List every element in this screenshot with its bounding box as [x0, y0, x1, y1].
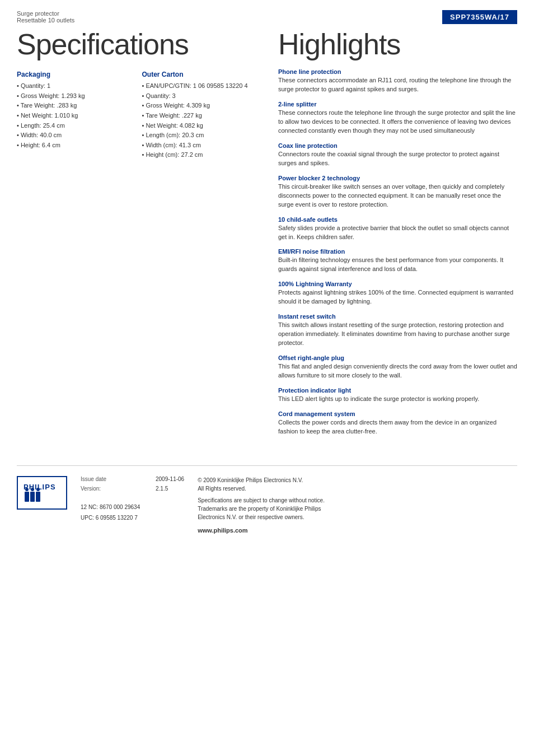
highlights-title: Highlights	[278, 29, 517, 60]
header-left: Surge protector Resettable 10 outlets	[17, 10, 74, 24]
copyright-line1: © 2009 Koninklijke Philips Electronics N…	[198, 476, 517, 484]
nc-value: 8670 000 29634	[100, 504, 140, 510]
disclaimer-line1: Specifications are subject to change wit…	[198, 496, 517, 505]
product-subtitle: Resettable 10 outlets	[17, 17, 74, 24]
disclaimer-line2: Trademarks are the property of Koninklij…	[198, 505, 517, 513]
list-item: Tare Weight: .227 kg	[142, 111, 256, 121]
highlight-title-6: 100% Lightning Warranty	[278, 281, 517, 287]
highlight-item-9: Protection indicator light This LED aler…	[278, 387, 517, 404]
highlight-item-0: Phone line protection These connectors a…	[278, 68, 517, 94]
specs-columns: Packaging Quantity: 1 Gross Weight: 1.29…	[17, 71, 256, 170]
specifications-column: Specifications Packaging Quantity: 1 Gro…	[17, 29, 267, 443]
list-item: Width (cm): 41.3 cm	[142, 141, 256, 151]
version-value: 2.1.5	[156, 486, 168, 492]
outer-carton-spec: Outer Carton EAN/UPC/GTIN: 1 06 09585 13…	[142, 71, 256, 160]
upc-label: UPC:	[81, 515, 94, 521]
upc-value: 6 09585 13220 7	[96, 515, 138, 521]
highlight-title-9: Protection indicator light	[278, 387, 517, 394]
highlight-item-2: Coax line protection Connectors route th…	[278, 142, 517, 168]
highlights-column: Highlights Phone line protection These c…	[267, 29, 517, 443]
list-item: Height (cm): 27.2 cm	[142, 150, 256, 160]
product-type: Surge protector	[17, 10, 74, 17]
highlight-title-4: 10 child-safe outlets	[278, 216, 517, 223]
disclaimer-line3: Electronics N.V. or their respective own…	[198, 513, 517, 521]
list-item: Length: 25.4 cm	[17, 121, 131, 131]
outer-carton-section: Outer Carton EAN/UPC/GTIN: 1 06 09585 13…	[142, 71, 256, 170]
list-item: EAN/UPC/GTIN: 1 06 09585 13220 4	[142, 81, 256, 91]
outer-carton-title: Outer Carton	[142, 71, 256, 78]
highlight-title-8: Offset right-angle plug	[278, 354, 517, 361]
main-content: Specifications Packaging Quantity: 1 Gro…	[0, 29, 534, 443]
highlight-item-7: Instant reset switch This switch allows …	[278, 313, 517, 348]
upc-text: UPC: 6 09585 13220 7	[81, 515, 184, 521]
list-item: Net Weight: 1.010 kg	[17, 111, 131, 121]
page-header: Surge protector Resettable 10 outlets SP…	[0, 0, 534, 24]
nc-text: 12 NC: 8670 000 29634	[81, 504, 184, 510]
model-badge: SPP7355WA/17	[442, 10, 517, 24]
website-link[interactable]: www.philips.com	[198, 526, 517, 535]
highlight-desc-5: Built-in filtering technology ensures th…	[278, 256, 517, 274]
highlight-title-0: Phone line protection	[278, 68, 517, 75]
highlight-desc-9: This LED alert lights up to indicate the…	[278, 395, 517, 404]
list-item: Quantity: 3	[142, 91, 256, 101]
svg-point-4	[25, 488, 29, 491]
copyright-line2: All Rights reserved.	[198, 484, 517, 493]
specifications-title: Specifications	[17, 29, 256, 60]
outer-carton-list: EAN/UPC/GTIN: 1 06 09585 13220 4 Quantit…	[142, 81, 256, 160]
highlight-title-5: EMI/RFI noise filtration	[278, 248, 517, 255]
footer-issue-date-row: Issue date 2009-11-06	[81, 476, 184, 482]
footer-nc-row: 12 NC: 8670 000 29634 UPC: 6 09585 13220…	[81, 500, 184, 521]
packaging-spec: Packaging Quantity: 1 Gross Weight: 1.29…	[17, 71, 131, 150]
issue-date-label: Issue date	[81, 476, 142, 482]
issue-date-value: 2009-11-06	[156, 476, 184, 482]
highlight-title-3: Power blocker 2 technology	[278, 175, 517, 181]
list-item: Gross Weight: 1.293 kg	[17, 91, 131, 101]
highlight-item-4: 10 child-safe outlets Safety slides prov…	[278, 216, 517, 242]
philips-logo-box: PHILIPS	[17, 476, 67, 510]
highlight-item-6: 100% Lightning Warranty Protects against…	[278, 281, 517, 306]
footer-version-row: Version: 2.1.5	[81, 486, 184, 492]
copyright-text: © 2009 Koninklijke Philips Electronics N…	[198, 476, 517, 493]
list-item: Height: 6.4 cm	[17, 141, 131, 151]
highlight-item-10: Cord management system Collects the powe…	[278, 410, 517, 436]
disclaimer-text: Specifications are subject to change wit…	[198, 496, 517, 521]
highlight-desc-7: This switch allows instant resetting of …	[278, 321, 517, 348]
highlights-list: Phone line protection These connectors a…	[278, 68, 517, 436]
version-label: Version:	[81, 486, 142, 492]
packaging-title: Packaging	[17, 71, 131, 78]
highlight-desc-3: This circuit-breaker like switch senses …	[278, 183, 517, 209]
highlight-desc-8: This flat and angled design conveniently…	[278, 362, 517, 380]
highlight-desc-0: These connectors accommodate an RJ11 cor…	[278, 76, 517, 94]
highlight-title-7: Instant reset switch	[278, 313, 517, 320]
highlight-title-1: 2-line splitter	[278, 101, 517, 108]
list-item: Tare Weight: .283 kg	[17, 101, 131, 111]
packaging-section: Packaging Quantity: 1 Gross Weight: 1.29…	[17, 71, 131, 170]
svg-point-5	[31, 488, 34, 491]
highlight-desc-6: Protects against lightning strikes 100% …	[278, 288, 517, 306]
highlight-title-2: Coax line protection	[278, 142, 517, 149]
list-item: Quantity: 1	[17, 81, 131, 91]
philips-logo-svg: PHILIPS	[22, 478, 62, 507]
highlight-item-3: Power blocker 2 technology This circuit-…	[278, 175, 517, 209]
list-item: Gross Weight: 4.309 kg	[142, 101, 256, 111]
highlight-title-10: Cord management system	[278, 410, 517, 417]
nc-label: 12 NC:	[81, 504, 98, 510]
highlight-desc-10: Collects the power cords and directs the…	[278, 418, 517, 436]
highlight-item-8: Offset right-angle plug This flat and an…	[278, 354, 517, 380]
footer-middle: Issue date 2009-11-06 Version: 2.1.5 12 …	[81, 476, 184, 521]
list-item: Length (cm): 20.3 cm	[142, 130, 256, 141]
footer-right: © 2009 Koninklijke Philips Electronics N…	[198, 476, 517, 535]
list-item: Width: 40.0 cm	[17, 130, 131, 141]
highlight-desc-2: Connectors route the coaxial signal thro…	[278, 150, 517, 168]
list-item: Net Weight: 4.082 kg	[142, 121, 256, 131]
svg-rect-1	[25, 492, 29, 502]
page-footer: PHILIPS Issue date 2009-11-06 Version:	[17, 465, 517, 545]
highlight-item-1: 2-line splitter These connectors route t…	[278, 101, 517, 136]
highlight-desc-4: Safety slides provide a protective barri…	[278, 224, 517, 242]
svg-rect-2	[30, 492, 35, 502]
svg-point-6	[36, 488, 40, 491]
packaging-list: Quantity: 1 Gross Weight: 1.293 kg Tare …	[17, 81, 131, 150]
philips-logo-container: PHILIPS	[17, 476, 67, 510]
svg-rect-3	[36, 492, 40, 502]
highlight-desc-1: These connectors route the telephone lin…	[278, 109, 517, 136]
